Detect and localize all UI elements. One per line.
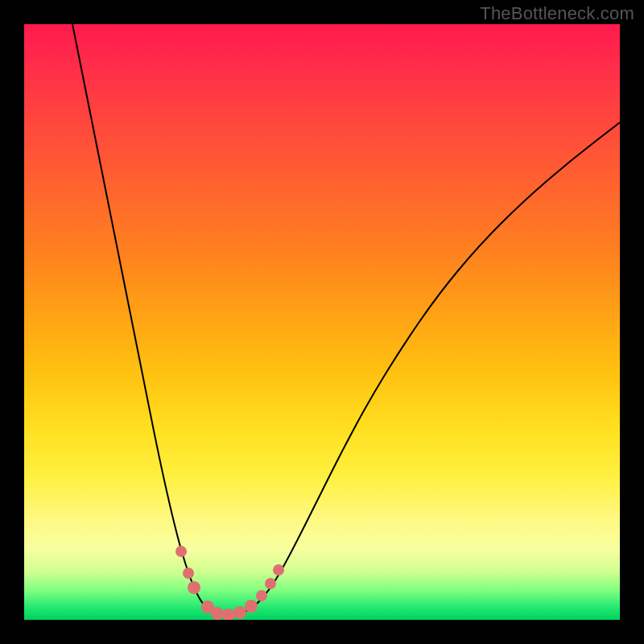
- data-marker: [188, 581, 200, 594]
- data-marker: [233, 606, 246, 619]
- data-marker: [175, 546, 187, 557]
- markers-group: [175, 546, 284, 620]
- data-marker: [273, 564, 284, 576]
- curve-right-branch: [225, 122, 620, 616]
- curve-left-branch: [72, 24, 225, 616]
- watermark-text: TheBottleneck.com: [480, 3, 634, 24]
- plot-area: [24, 24, 620, 620]
- data-marker: [211, 607, 224, 620]
- curve-layer: [24, 24, 620, 620]
- data-marker: [265, 578, 276, 589]
- data-marker: [256, 590, 267, 601]
- data-marker: [245, 600, 258, 613]
- chart-frame: TheBottleneck.com: [0, 0, 644, 644]
- data-marker: [183, 568, 194, 579]
- data-marker: [222, 609, 235, 620]
